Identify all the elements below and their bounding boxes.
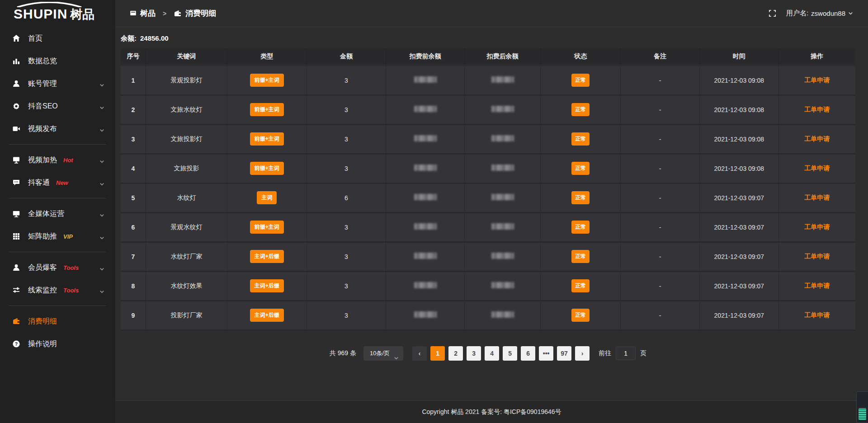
sidebar-item-1[interactable]: 首页 xyxy=(0,27,115,50)
page-size-select[interactable]: 10条/页 xyxy=(363,346,403,361)
work-order-link[interactable]: 工单申请 xyxy=(804,223,830,230)
redacted-balance xyxy=(491,253,514,259)
sidebar-item-5[interactable]: 视频发布 xyxy=(0,118,115,140)
cell-balance-after xyxy=(465,242,541,271)
next-page-button[interactable]: › xyxy=(575,346,590,361)
work-order-link[interactable]: 工单申请 xyxy=(804,311,830,319)
page-button-97[interactable]: 97 xyxy=(557,346,571,361)
cell-status: 正常 xyxy=(541,183,621,212)
app-root: SHUPIN树品 首页数据总览账号管理抖音SEO视频发布视频加热Hot抖客通Ne… xyxy=(0,0,868,423)
page-button-1[interactable]: 1 xyxy=(430,346,445,361)
cell-remark: - xyxy=(621,242,700,271)
sidebar-item-13[interactable]: ?操作说明 xyxy=(0,333,115,355)
sidebar-item-9[interactable]: 矩阵助推VIP xyxy=(0,225,115,248)
redacted-balance xyxy=(414,253,437,259)
page-button-6[interactable]: 6 xyxy=(521,346,535,361)
work-order-link[interactable]: 工单申请 xyxy=(804,76,830,84)
sidebar-item-6[interactable]: 视频加热Hot xyxy=(0,149,115,171)
sidebar-item-12[interactable]: 消费明细 xyxy=(0,310,115,333)
work-order-link[interactable]: 工单申请 xyxy=(804,164,830,172)
redacted-balance xyxy=(414,76,437,83)
type-badge: 主词 xyxy=(257,191,277,204)
wallet-icon xyxy=(174,9,182,18)
breadcrumb: 树品 > 消费明细 xyxy=(130,8,216,19)
page-size-value: 10条/页 xyxy=(370,350,390,357)
chevron-down-icon xyxy=(99,81,104,89)
type-badge: 主词+后缀 xyxy=(250,309,284,322)
breadcrumb-item-home[interactable]: 树品 xyxy=(140,8,156,19)
cell-keyword: 景观水纹灯 xyxy=(146,212,227,242)
sidebar-item-3[interactable]: 账号管理 xyxy=(0,72,115,95)
page-button-4[interactable]: 4 xyxy=(485,346,499,361)
bar-chart-icon xyxy=(12,56,21,66)
table-row: 8水纹灯效果主词+后缀3正常-2021-12-03 09:07工单申请 xyxy=(121,271,855,301)
cell-action: 工单申请 xyxy=(778,124,855,154)
work-order-link[interactable]: 工单申请 xyxy=(804,135,830,142)
page-button-group: 123456•••97 xyxy=(429,346,573,361)
cell-status: 正常 xyxy=(541,242,621,271)
redacted-balance xyxy=(414,106,437,112)
cell-index: 1 xyxy=(121,66,146,95)
prev-page-button[interactable]: ‹ xyxy=(412,346,427,361)
cell-action: 工单申请 xyxy=(778,242,855,271)
sidebar-item-7[interactable]: 抖客通New xyxy=(0,171,115,194)
type-badge: 前缀+主词 xyxy=(250,162,284,175)
type-badge: 前缀+主词 xyxy=(250,103,284,116)
column-header: 状态 xyxy=(541,48,621,66)
cell-type: 主词+后缀 xyxy=(227,271,307,301)
page-button-5[interactable]: 5 xyxy=(503,346,517,361)
cell-type: 主词+后缀 xyxy=(227,301,307,330)
username-value[interactable]: zswodun88 xyxy=(811,9,845,17)
cell-keyword: 投影灯厂家 xyxy=(146,301,227,330)
sidebar-item-2[interactable]: 数据总览 xyxy=(0,50,115,72)
cell-balance-before xyxy=(386,301,465,330)
sidebar-item-10[interactable]: 会员爆客Tools xyxy=(0,256,115,279)
cell-type: 前缀+主词 xyxy=(227,212,307,242)
redacted-balance xyxy=(491,194,514,200)
table-row: 2文旅水纹灯前缀+主词3正常-2021-12-03 09:08工单申请 xyxy=(121,95,855,124)
page-button-3[interactable]: 3 xyxy=(467,346,481,361)
cell-balance-before xyxy=(386,95,465,124)
floating-side-widget[interactable] xyxy=(856,391,868,423)
sidebar-item-8[interactable]: 全媒体运营 xyxy=(0,202,115,225)
work-order-link[interactable]: 工单申请 xyxy=(804,194,830,201)
cell-time: 2021-12-03 09:07 xyxy=(700,212,779,242)
redacted-balance xyxy=(491,282,514,288)
cell-type: 前缀+主词 xyxy=(227,95,307,124)
cell-status: 正常 xyxy=(541,95,621,124)
sidebar-item-4[interactable]: 抖音SEO xyxy=(0,95,115,118)
cell-index: 8 xyxy=(121,271,146,301)
content-area: 余额:24856.00 序号关键词类型金额扣费前余额扣费后余额状态备注时间操作 … xyxy=(115,27,868,423)
cell-keyword: 水纹灯 xyxy=(146,183,227,212)
cell-type: 主词 xyxy=(227,183,307,212)
goto-label: 前往 xyxy=(599,349,611,357)
goto-page-input[interactable] xyxy=(616,347,636,360)
redacted-balance xyxy=(414,282,437,288)
column-header: 金额 xyxy=(307,48,386,66)
cell-balance-before xyxy=(386,66,465,95)
goto-page: 前往 页 xyxy=(599,347,646,360)
type-badge: 主词+后缀 xyxy=(250,279,284,292)
cell-type: 前缀+主词 xyxy=(227,124,307,154)
chevron-down-icon[interactable] xyxy=(848,9,853,17)
status-badge: 正常 xyxy=(571,309,590,322)
status-badge: 正常 xyxy=(571,191,590,204)
video-icon xyxy=(12,124,21,133)
cell-index: 4 xyxy=(121,154,146,183)
cell-action: 工单申请 xyxy=(778,154,855,183)
sidebar-item-label: 消费明细 xyxy=(28,317,57,326)
cell-time: 2021-12-03 09:08 xyxy=(700,66,779,95)
sidebar-item-11[interactable]: 线索监控Tools xyxy=(0,279,115,301)
cell-keyword: 文旅水纹灯 xyxy=(146,95,227,124)
chat-icon xyxy=(12,178,21,187)
work-order-link[interactable]: 工单申请 xyxy=(804,282,830,289)
fullscreen-icon[interactable] xyxy=(769,9,776,17)
cell-balance-before xyxy=(386,271,465,301)
page-button-2[interactable]: 2 xyxy=(448,346,463,361)
user-area: 用户名: zswodun88 xyxy=(769,9,853,18)
work-order-link[interactable]: 工单申请 xyxy=(804,106,830,113)
work-order-link[interactable]: 工单申请 xyxy=(804,253,830,260)
widget-stripes-icon xyxy=(859,408,866,420)
ellipsis-page-button[interactable]: ••• xyxy=(539,346,553,361)
sidebar-nav: 首页数据总览账号管理抖音SEO视频发布视频加热Hot抖客通New全媒体运营矩阵助… xyxy=(0,27,115,355)
